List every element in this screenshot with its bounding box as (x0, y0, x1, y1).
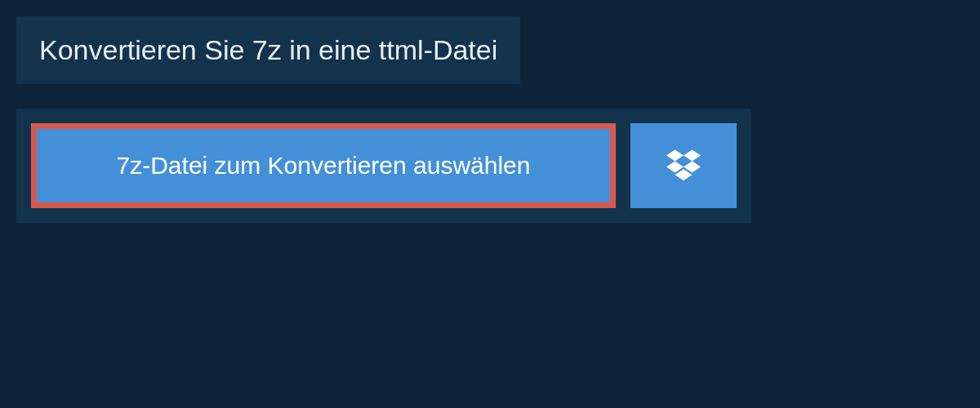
page-title: Konvertieren Sie 7z in eine ttml-Datei (39, 34, 497, 66)
dropbox-icon (666, 147, 701, 184)
dropbox-button[interactable] (630, 123, 737, 208)
upload-panel: 7z-Datei zum Konvertieren auswählen (16, 109, 751, 223)
select-file-label: 7z-Datei zum Konvertieren auswählen (117, 152, 531, 180)
header-bar: Konvertieren Sie 7z in eine ttml-Datei (16, 16, 520, 84)
select-file-button[interactable]: 7z-Datei zum Konvertieren auswählen (31, 123, 616, 208)
